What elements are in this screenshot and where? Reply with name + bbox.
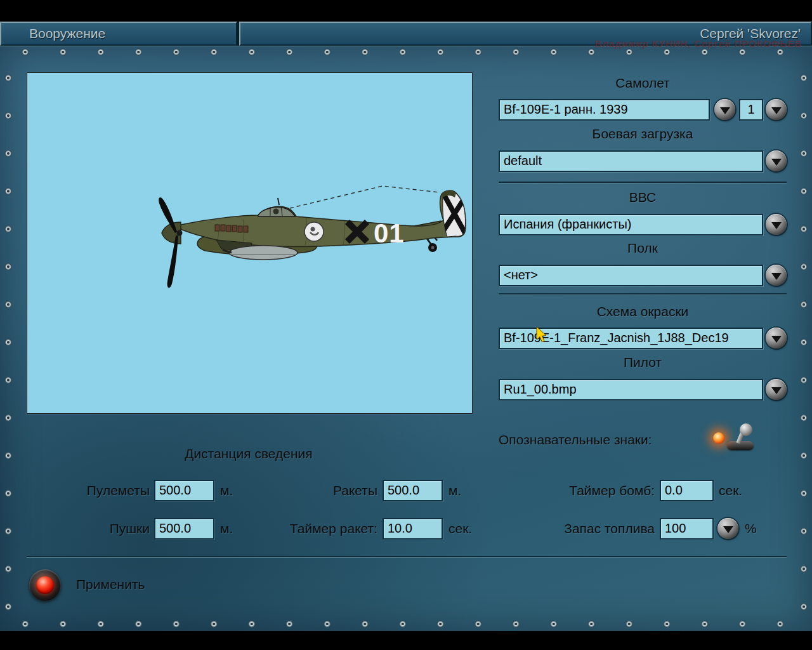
divider <box>27 556 787 557</box>
apply-button[interactable] <box>29 569 61 601</box>
chevron-down-icon <box>771 387 782 394</box>
skin-label: Схема окраски <box>499 304 787 319</box>
rockets-field[interactable]: 500.0 <box>383 480 443 501</box>
fuselage <box>180 190 466 247</box>
divider <box>499 182 787 183</box>
chevron-down-icon <box>771 159 782 166</box>
fuel-unit: % <box>745 518 764 540</box>
bomb-timer-field[interactable]: 0.0 <box>660 480 714 501</box>
bomb-timer-unit: сек. <box>719 480 757 501</box>
pilot-select[interactable]: Ru1_00.bmp <box>499 379 763 401</box>
rocket-timer-label: Таймер ракет: <box>254 518 377 540</box>
apply-label: Применить <box>76 577 145 592</box>
aircraft-number: 01 <box>374 218 405 248</box>
loadout-label: Боевая загрузка <box>499 126 787 142</box>
fuel-dropdown-button[interactable] <box>717 518 738 539</box>
regiment-dropdown-button[interactable] <box>766 265 787 286</box>
regiment-label: Полк <box>499 241 787 256</box>
rivet-strip-right <box>800 59 808 619</box>
top-black-strip <box>0 0 812 22</box>
gun-pod <box>229 246 298 260</box>
skin-dropdown-button[interactable] <box>766 328 787 348</box>
cannons-unit: м. <box>220 518 247 540</box>
rivet-strip-top <box>6 48 806 56</box>
tab-armament[interactable]: Вооружение <box>0 22 237 46</box>
aircraft-select[interactable]: Bf-109E-1 ранн. 1939 <box>499 99 710 121</box>
aircraft-label: Самолет <box>499 76 787 91</box>
markings-label: Опознавательные знаки: <box>499 432 714 448</box>
background-watermark: Владимир КУНИН, Сергей ПРОКОФЬЕВ <box>594 38 802 49</box>
armament-screen: Вооружение Сергей 'Skvorez' Владимир КУН… <box>0 0 812 650</box>
chevron-down-icon <box>720 107 730 114</box>
machine-guns-field[interactable]: 500.0 <box>154 480 214 501</box>
rocket-timer-field[interactable]: 10.0 <box>383 518 443 540</box>
tab-armament-label: Вооружение <box>29 26 105 41</box>
aircraft-preview: 01 <box>27 73 472 413</box>
main-area: 01 Самолет Bf-109E-1 ранн. 1939 1 Боевая… <box>0 46 812 632</box>
pilot-head <box>273 209 279 215</box>
aircraft-count-field[interactable]: 1 <box>739 99 763 121</box>
loadout-select[interactable]: default <box>499 150 763 172</box>
pilot-label: Пилот <box>499 355 787 370</box>
rocket-timer-unit: сек. <box>449 518 487 540</box>
rockets-label: Ракеты <box>254 480 377 501</box>
chevron-down-icon <box>771 273 782 280</box>
machine-guns-label: Пулеметы <box>27 480 150 501</box>
chevron-down-icon <box>771 107 782 114</box>
rivet-strip-bottom <box>6 620 806 628</box>
bomb-timer-label: Таймер бомб: <box>495 480 655 501</box>
bottom-black-strip <box>0 631 812 650</box>
fuel-label: Запас топлива <box>495 518 655 540</box>
chevron-down-icon <box>723 526 733 533</box>
aircraft-dropdown-button[interactable] <box>714 99 735 120</box>
propeller-blade <box>167 235 178 288</box>
squadron-emblem <box>304 222 324 241</box>
chevron-down-icon <box>771 336 782 343</box>
cannons-label: Пушки <box>27 518 150 540</box>
aircraft-preview-panel: 01 <box>27 72 473 414</box>
markings-toggle[interactable] <box>705 425 759 455</box>
pilot-dropdown-button[interactable] <box>766 379 787 400</box>
fuel-field[interactable]: 100 <box>660 518 714 540</box>
convergence-title: Дистанция сведения <box>27 446 471 461</box>
mouse-cursor <box>536 327 550 345</box>
rivet-strip-left <box>4 59 12 619</box>
chevron-down-icon <box>771 222 782 229</box>
regiment-select[interactable]: <нет> <box>499 265 763 286</box>
airforce-dropdown-button[interactable] <box>766 214 787 235</box>
loadout-dropdown-button[interactable] <box>766 150 787 171</box>
red-button-icon <box>36 576 54 594</box>
cannons-field[interactable]: 500.0 <box>154 518 214 540</box>
machine-guns-unit: м. <box>220 480 247 501</box>
rockets-unit: м. <box>449 480 475 501</box>
aircraft-count-dropdown-button[interactable] <box>766 99 787 120</box>
airforce-select[interactable]: Испания (франкисты) <box>499 214 763 235</box>
indicator-lamp-icon <box>713 432 724 444</box>
airforce-label: ВВС <box>499 190 787 205</box>
toggle-knob-icon <box>740 423 752 436</box>
antenna-wire <box>290 186 440 208</box>
divider <box>499 293 787 295</box>
